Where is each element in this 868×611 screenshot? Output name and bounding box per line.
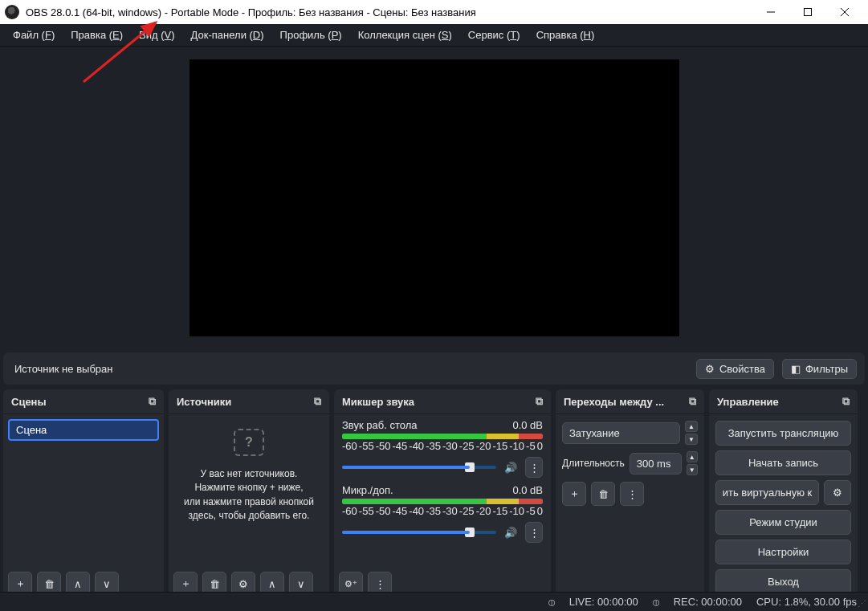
preview-canvas[interactable] [189, 59, 679, 336]
popout-icon[interactable]: ⧉ [842, 395, 850, 408]
duration-up[interactable]: ▲ [687, 451, 698, 462]
scenes-title: Сцены [11, 396, 47, 408]
mic-audio-db: 0.0 dB [512, 484, 543, 496]
desktop-meter [342, 434, 543, 439]
window-title: OBS 28.0.1 (64-bit, windows) - Portable … [26, 6, 752, 18]
desktop-volume-slider[interactable] [342, 466, 496, 469]
chevron-down-icon: ∨ [297, 578, 305, 590]
menu-profile[interactable]: Профиль (P) [272, 26, 350, 44]
trash-icon: 🗑 [44, 578, 55, 590]
plus-icon: ＋ [569, 487, 580, 501]
filter-icon: ◧ [791, 363, 801, 375]
popout-icon[interactable]: ⧉ [314, 395, 321, 408]
svg-rect-1 [805, 9, 812, 16]
desktop-audio-label: Звук раб. стола [342, 419, 417, 431]
menu-bar: Файл (F) Правка (E) Вид (V) Док-панели (… [0, 24, 868, 47]
empty-sources-icon: ? [234, 429, 264, 456]
source-toolbar: Источник не выбран ⚙ Свойства ◧ Фильтры [3, 352, 865, 385]
exit-button[interactable]: Выход [715, 569, 851, 594]
menu-docks[interactable]: Док-панели (D) [183, 26, 272, 44]
chevron-up-icon: ∧ [268, 578, 276, 590]
add-transition-button[interactable]: ＋ [562, 482, 586, 506]
plus-icon: ＋ [15, 576, 26, 591]
gear-icon: ⚙⁺ [344, 579, 357, 589]
preview-area [0, 47, 868, 349]
mic-mixer-menu[interactable]: ⋮ [525, 522, 543, 543]
menu-edit[interactable]: Правка (E) [63, 26, 131, 44]
mic-meter [342, 499, 543, 504]
status-live: LIVE: 00:00:00 [569, 596, 638, 608]
start-virtualcam-button[interactable]: ить виртуальную к [715, 480, 819, 505]
trash-icon: 🗑 [210, 578, 220, 590]
popout-icon[interactable]: ⧉ [536, 395, 543, 408]
properties-button[interactable]: ⚙ Свойства [696, 359, 774, 379]
menu-view[interactable]: Вид (V) [131, 26, 183, 44]
menu-tools[interactable]: Сервис (T) [460, 26, 528, 44]
controls-title: Управление [717, 396, 779, 408]
maximize-button[interactable] [789, 0, 826, 24]
mixer-panel: Микшер звука⧉ Звук раб. стола0.0 dB -60-… [334, 389, 551, 601]
start-streaming-button[interactable]: Запустить трансляцию [715, 421, 851, 446]
desktop-audio-db: 0.0 dB [512, 419, 543, 431]
studio-mode-button[interactable]: Режим студии [715, 510, 851, 535]
chevron-down-icon: ∨ [103, 578, 111, 590]
mixer-desktop: Звук раб. стола0.0 dB -60-55-50-45-40-35… [334, 414, 551, 479]
mixer-title: Микшер звука [342, 396, 414, 408]
menu-help[interactable]: Справка (H) [528, 26, 603, 44]
transitions-title: Переходы между ... [564, 396, 664, 408]
virtualcam-settings-button[interactable]: ⚙ [824, 480, 851, 505]
chevron-up-icon: ∧ [74, 578, 82, 590]
status-bar: ⦶ LIVE: 00:00:00 ⦶ REC: 00:00:00 CPU: 1.… [0, 592, 868, 611]
disk-icon: ⦶ [653, 596, 659, 609]
settings-button[interactable]: Настройки [715, 540, 851, 564]
no-source-label: Источник не выбран [11, 363, 112, 375]
transition-up[interactable]: ▲ [685, 421, 698, 432]
title-bar: OBS 28.0.1 (64-bit, windows) - Portable … [0, 0, 868, 24]
filters-button[interactable]: ◧ Фильтры [782, 359, 857, 379]
gear-icon: ⚙ [238, 578, 248, 590]
transitions-panel: Переходы между ...⧉ Затухание ▲▼ Длитель… [556, 389, 704, 601]
desktop-mixer-menu[interactable]: ⋮ [525, 457, 543, 478]
minimize-button[interactable] [752, 0, 789, 24]
gear-icon: ⚙ [705, 363, 715, 375]
meter-ticks: -60-55-50-45-40-35-30-25-20-15-10-50 [342, 505, 543, 517]
status-cpu: CPU: 1.8%, 30.00 fps [756, 596, 857, 608]
duration-down[interactable]: ▼ [687, 464, 698, 475]
mic-audio-label: Микр./доп. [342, 484, 393, 496]
speaker-icon[interactable]: 🔊 [503, 462, 519, 474]
transition-menu-button[interactable]: ⋮ [620, 482, 644, 506]
start-recording-button[interactable]: Начать запись [715, 450, 851, 475]
sources-panel: Источники⧉ ? У вас нет источников. Нажми… [169, 389, 329, 601]
transition-down[interactable]: ▼ [685, 434, 698, 445]
resize-grip-icon[interactable]: ⋰ [858, 599, 866, 609]
popout-icon[interactable]: ⧉ [689, 395, 696, 408]
empty-sources-text: У вас нет источников. Нажмите кнопку + н… [184, 467, 314, 523]
mic-volume-slider[interactable] [342, 531, 496, 534]
transition-select[interactable]: Затухание [562, 422, 680, 444]
duration-label: Длительность [562, 458, 625, 469]
controls-panel: Управление⧉ Запустить трансляцию Начать … [709, 389, 858, 601]
scene-item[interactable]: Сцена [8, 419, 159, 441]
trash-icon: 🗑 [598, 488, 609, 500]
menu-scene-collection[interactable]: Коллекция сцен (S) [350, 26, 460, 44]
popout-icon[interactable]: ⧉ [149, 395, 156, 408]
network-icon: ⦶ [548, 596, 555, 609]
speaker-icon[interactable]: 🔊 [503, 527, 519, 539]
plus-icon: ＋ [181, 576, 191, 591]
meter-ticks: -60-55-50-45-40-35-30-25-20-15-10-50 [342, 440, 543, 452]
scenes-panel: Сцены⧉ Сцена ＋ 🗑 ∧ ∨ [3, 389, 164, 601]
menu-file[interactable]: Файл (F) [5, 26, 63, 44]
gear-icon: ⚙ [833, 487, 842, 499]
app-logo-icon [5, 5, 19, 19]
status-rec: REC: 00:00:00 [674, 596, 742, 608]
duration-input[interactable]: 300 ms [630, 453, 682, 475]
sources-title: Источники [177, 396, 231, 408]
mixer-mic: Микр./доп.0.0 dB -60-55-50-45-40-35-30-2… [334, 479, 551, 544]
close-button[interactable] [826, 0, 863, 24]
remove-transition-button[interactable]: 🗑 [591, 482, 615, 506]
